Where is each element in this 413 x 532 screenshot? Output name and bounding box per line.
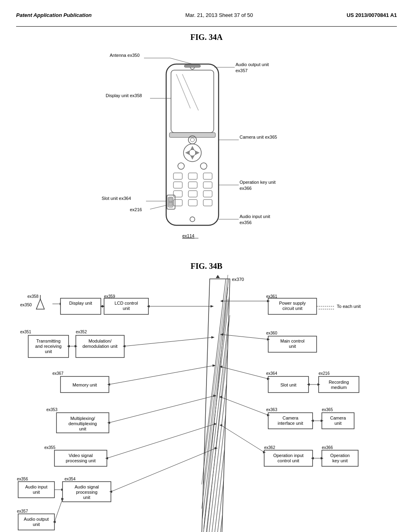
svg-text:Transmitting: Transmitting xyxy=(36,339,60,343)
svg-text:unit: unit xyxy=(33,490,40,495)
svg-text:Antenna ex350: Antenna ex350 xyxy=(110,53,140,58)
svg-text:Memory unit: Memory unit xyxy=(73,382,97,387)
svg-text:unit: unit xyxy=(123,306,130,311)
fig34a-title: FIG. 34A xyxy=(16,33,397,42)
main-bus: ex370 xyxy=(194,275,250,532)
svg-line-140 xyxy=(111,448,216,492)
svg-text:Main control: Main control xyxy=(280,339,305,343)
svg-text:Power supply: Power supply xyxy=(279,301,306,305)
svg-text:ex366: ex366 xyxy=(240,186,252,191)
svg-text:Modulation/: Modulation/ xyxy=(89,339,112,343)
svg-line-184 xyxy=(221,397,268,415)
svg-text:unit: unit xyxy=(289,344,296,349)
svg-text:Operation input: Operation input xyxy=(273,453,303,458)
svg-text:ex114: ex114 xyxy=(182,233,194,238)
svg-text:ex365: ex365 xyxy=(322,407,333,412)
svg-text:ex350: ex350 xyxy=(20,302,32,307)
svg-text:Video signal: Video signal xyxy=(69,453,93,458)
svg-point-14 xyxy=(189,150,196,156)
svg-text:processing: processing xyxy=(76,490,97,495)
svg-line-105 xyxy=(124,337,213,346)
svg-text:ex367: ex367 xyxy=(52,371,64,376)
svg-text:and receiving: and receiving xyxy=(35,344,61,349)
svg-rect-174 xyxy=(319,376,359,393)
svg-text:GS: GS xyxy=(169,201,173,203)
svg-text:LCD control: LCD control xyxy=(115,301,138,305)
svg-text:Multiplexing/: Multiplexing/ xyxy=(70,416,95,421)
svg-text:ex358: ex358 xyxy=(27,294,39,299)
svg-text:ex362: ex362 xyxy=(264,445,275,450)
svg-text:Slot unit ex364: Slot unit ex364 xyxy=(102,196,131,201)
svg-rect-0 xyxy=(166,64,219,225)
svg-text:ex216: ex216 xyxy=(130,207,142,212)
svg-text:ex357: ex357 xyxy=(236,68,248,73)
fig34b-title: FIG. 34B xyxy=(16,262,397,271)
svg-text:ex363: ex363 xyxy=(266,407,277,412)
fig34a-container: GS Antenna ex350 Audio output unit ex357… xyxy=(16,46,397,256)
svg-text:Display unit ex358: Display unit ex358 xyxy=(106,93,142,98)
svg-text:Audio input unit: Audio input unit xyxy=(240,214,270,219)
svg-line-147 xyxy=(54,499,63,522)
svg-text:ex355: ex355 xyxy=(44,445,56,450)
svg-text:ex370: ex370 xyxy=(232,277,244,282)
svg-marker-73 xyxy=(216,275,220,278)
svg-line-126 xyxy=(107,424,215,458)
svg-text:Camera: Camera xyxy=(282,416,298,420)
svg-text:processing unit: processing unit xyxy=(66,458,96,463)
svg-text:demultiplexing: demultiplexing xyxy=(69,421,97,426)
svg-text:ex352: ex352 xyxy=(76,330,87,334)
svg-text:Camera: Camera xyxy=(330,416,346,420)
svg-text:ex354: ex354 xyxy=(65,477,76,481)
svg-text:ex356: ex356 xyxy=(17,477,28,481)
svg-text:unit: unit xyxy=(334,421,342,426)
fig34a-svg: GS Antenna ex350 Audio output unit ex357… xyxy=(65,52,348,249)
svg-text:interface unit: interface unit xyxy=(278,421,303,426)
svg-rect-6 xyxy=(184,65,200,67)
svg-line-34 xyxy=(170,58,192,64)
header-publication: Patent Application Publication xyxy=(16,12,92,18)
svg-text:control unit: control unit xyxy=(277,458,299,463)
svg-text:Audio signal: Audio signal xyxy=(75,484,99,489)
svg-text:Slot unit: Slot unit xyxy=(280,382,296,387)
header-patent: US 2013/0070841 A1 xyxy=(346,12,397,18)
svg-text:ex356: ex356 xyxy=(240,220,252,225)
svg-marker-76 xyxy=(36,299,44,309)
svg-text:unit: unit xyxy=(45,349,52,354)
page: Patent Application Publication Mar. 21, … xyxy=(0,0,413,532)
svg-text:ex357: ex357 xyxy=(17,509,28,513)
svg-text:medium: medium xyxy=(331,385,346,390)
svg-text:Recording: Recording xyxy=(329,380,349,384)
page-header: Patent Application Publication Mar. 21, … xyxy=(16,8,397,27)
svg-text:Audio output: Audio output xyxy=(24,517,49,522)
svg-line-170 xyxy=(221,367,268,379)
svg-text:ex353: ex353 xyxy=(46,407,58,412)
svg-line-111 xyxy=(109,366,214,384)
svg-text:key unit: key unit xyxy=(332,458,348,463)
svg-text:ex360: ex360 xyxy=(266,331,277,335)
svg-text:ex216: ex216 xyxy=(319,371,330,376)
svg-text:ex351: ex351 xyxy=(20,330,31,334)
svg-text:To each unit: To each unit xyxy=(337,304,361,309)
svg-rect-4 xyxy=(169,133,215,137)
svg-text:ex366: ex366 xyxy=(322,445,333,450)
svg-text:Audio output unit: Audio output unit xyxy=(236,62,269,67)
svg-text:unit: unit xyxy=(33,522,40,527)
svg-text:unit: unit xyxy=(79,426,86,431)
svg-text:ex364: ex364 xyxy=(266,371,277,376)
svg-text:Camera unit ex365: Camera unit ex365 xyxy=(240,135,277,139)
svg-text:circuit unit: circuit unit xyxy=(282,306,302,311)
svg-line-49 xyxy=(150,205,167,209)
svg-line-119 xyxy=(109,396,215,423)
svg-text:Operation key unit: Operation key unit xyxy=(240,180,275,185)
fig34b-svg: ex370 ex350 ex358 Display unit ex359 LC xyxy=(16,275,411,532)
svg-text:Audio input: Audio input xyxy=(25,484,47,489)
svg-text:Operation: Operation xyxy=(330,453,350,458)
header-date-sheet: Mar. 21, 2013 Sheet 37 of 50 xyxy=(186,12,253,18)
svg-line-164 xyxy=(222,335,268,339)
svg-text:unit: unit xyxy=(83,495,90,500)
svg-text:demodulation unit: demodulation unit xyxy=(83,344,118,349)
fig34b-container: ex370 ex350 ex358 Display unit ex359 LC xyxy=(16,275,397,532)
svg-text:Display unit: Display unit xyxy=(69,301,92,305)
svg-line-198 xyxy=(221,425,264,452)
